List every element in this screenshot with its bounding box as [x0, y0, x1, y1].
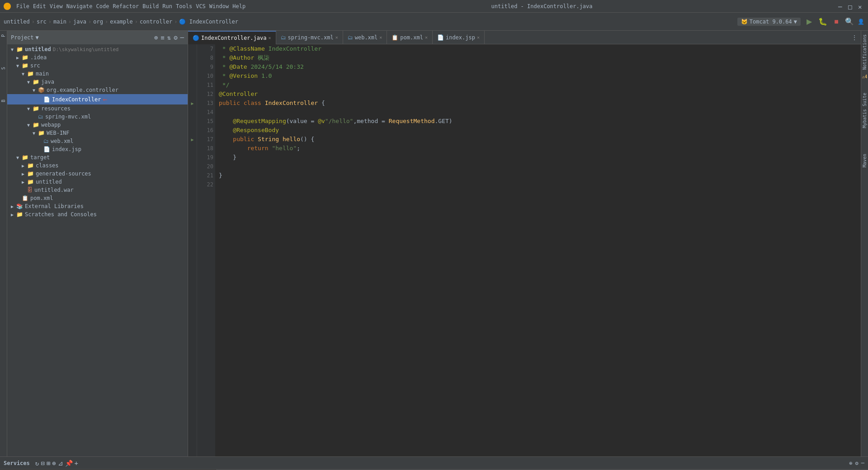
gutter-17[interactable]: ▶ — [188, 135, 197, 144]
tree-item-main[interactable]: ▼ 📁 main — [7, 70, 188, 78]
tree-item-pomxml[interactable]: 📋 pom.xml — [7, 194, 188, 202]
breadcrumb-main[interactable]: main — [53, 19, 66, 25]
pom-icon: 📋 — [22, 195, 28, 201]
tree-item-untitled-root[interactable]: ▼ 📁 untitled D:\skywalking\untitled — [7, 45, 188, 53]
locate-icon[interactable]: ⊕ — [154, 34, 158, 41]
tree-item-war[interactable]: 🗄 untitled.war — [7, 186, 188, 194]
menu-navigate[interactable]: Navigate — [66, 3, 93, 9]
tree-arrow-package: ▼ — [33, 88, 38, 93]
expand-panel-icon[interactable]: ⊕ — [849, 460, 852, 466]
tree-item-resources[interactable]: ▼ 📁 resources — [7, 104, 188, 113]
tree-label-generated: generated-sources — [36, 171, 91, 177]
mybatis-suite-label[interactable]: Mybatis Suite — [861, 89, 868, 132]
tree-item-scratches[interactable]: ▶ 📁 Scratches and Consoles — [7, 210, 188, 218]
tab-webxml[interactable]: 🗂 web.xml ✕ — [343, 31, 387, 44]
line-num-18: 18 — [199, 144, 213, 153]
tree-item-generated[interactable]: ▶ 📁 generated-sources — [7, 170, 188, 178]
menu-help[interactable]: Help — [232, 3, 245, 9]
close-button[interactable]: ✕ — [858, 3, 864, 9]
group-icon[interactable]: ⊕ — [52, 460, 56, 467]
collapse-all-icon[interactable]: ⊟ — [41, 460, 44, 467]
tree-item-src[interactable]: ▼ 📁 src — [7, 62, 188, 70]
run-button[interactable]: ▶ — [804, 17, 814, 27]
tree-item-target[interactable]: ▼ 📁 target — [7, 153, 188, 161]
breadcrumb-controller[interactable]: controller — [140, 19, 172, 25]
tree-item-classes[interactable]: ▶ 📁 classes — [7, 161, 188, 170]
tab-spring-mvc[interactable]: 🗂 spring-mvc.xml ✕ — [276, 31, 343, 44]
breadcrumb-java[interactable]: java — [73, 19, 86, 25]
structure-icon[interactable]: S — [1, 67, 6, 70]
tree-item-untitled-folder[interactable]: ▶ 📁 untitled — [7, 178, 188, 186]
menu-code[interactable]: Code — [96, 3, 109, 9]
breadcrumb-example[interactable]: example — [110, 19, 133, 25]
settings-icon[interactable]: ⚙ — [174, 34, 177, 41]
tree-item-webxml[interactable]: 🗂 web.xml — [7, 137, 188, 145]
tab-close-spring-mvc[interactable]: ✕ — [335, 35, 338, 40]
collapse-icon[interactable]: ≡ — [160, 34, 164, 41]
minimize-panel-icon[interactable]: ─ — [180, 34, 184, 41]
menu-window[interactable]: Window — [209, 3, 229, 9]
project-label: Project — [11, 34, 34, 41]
debug-button[interactable]: 🐛 — [818, 17, 828, 27]
breadcrumb-org[interactable]: org — [93, 19, 103, 25]
tab-indexjsp[interactable]: 📄 index.jsp ✕ — [433, 31, 485, 44]
expand-all-icon[interactable]: ⊞ — [47, 460, 50, 467]
breadcrumb-src[interactable]: src — [37, 19, 47, 25]
tree-item-package[interactable]: ▼ 📦 org.example.controller — [7, 86, 188, 94]
tab-indexcontroller[interactable]: 🔵 IndexController.java ✕ — [188, 31, 276, 44]
filter-icon[interactable]: ⊿ — [58, 460, 63, 467]
line-num-22: 22 — [199, 180, 213, 189]
menu-run[interactable]: Run — [162, 3, 172, 9]
gutter-13[interactable]: ▶ — [188, 99, 197, 108]
bookmarks-icon[interactable]: B — [1, 100, 6, 102]
tree-item-indexjsp[interactable]: 📄 index.jsp — [7, 145, 188, 153]
pin-icon[interactable]: 📌 — [65, 460, 73, 467]
tree-item-java[interactable]: ▼ 📁 java — [7, 78, 188, 86]
user-icon[interactable]: 👤 — [858, 19, 864, 25]
refresh-icon[interactable]: ↻ — [35, 460, 39, 467]
notifications-label[interactable]: Notifications — [861, 31, 868, 73]
maven-label[interactable]: Maven — [861, 150, 868, 171]
tab-close-indexjsp[interactable]: ✕ — [477, 35, 480, 40]
tree-item-idea[interactable]: ▶ 📁 .idea — [7, 53, 188, 62]
tree-label-package: org.example.controller — [47, 87, 118, 93]
run-config-arrow[interactable]: ▼ — [794, 19, 797, 25]
code-editor[interactable]: * @ClassName IndexController * @Author 枫… — [215, 44, 861, 456]
maximize-button[interactable]: □ — [848, 3, 854, 9]
search-button[interactable]: 🔍 — [845, 17, 854, 26]
menu-edit[interactable]: Edit — [33, 3, 46, 9]
menu-vcs[interactable]: VCS — [196, 3, 206, 9]
menu-tools[interactable]: Tools — [176, 3, 192, 9]
breadcrumb-indexcontroller[interactable]: 🔵 IndexController — [179, 19, 238, 25]
tree-item-external-libs[interactable]: ▶ 📚 External Libraries — [7, 202, 188, 210]
close-panel-icon[interactable]: ─ — [861, 460, 864, 466]
menu-refactor[interactable]: Refactor — [113, 3, 139, 9]
minimize-button[interactable]: ─ — [838, 3, 844, 9]
run-configuration[interactable]: 🐱 Tomcat 9.0.64 ▼ — [737, 18, 801, 26]
code-line-22 — [219, 180, 857, 189]
stop-button[interactable]: ■ — [831, 17, 841, 27]
tab-close-indexcontroller[interactable]: ✕ — [269, 35, 271, 40]
editor-tabs-bar: 🔵 IndexController.java ✕ 🗂 spring-mvc.xm… — [188, 31, 861, 44]
title-bar-left: File Edit View Navigate Code Refactor Bu… — [4, 3, 245, 10]
tree-item-webapp[interactable]: ▼ 📁 webapp — [7, 121, 188, 129]
sort-icon[interactable]: ⇅ — [167, 34, 171, 41]
tab-close-webxml[interactable]: ✕ — [379, 35, 382, 40]
menu-file[interactable]: File — [16, 3, 29, 9]
breadcrumb-untitled[interactable]: untitled — [4, 19, 30, 25]
gutter-7 — [188, 44, 197, 53]
project-icon[interactable]: P — [1, 34, 6, 37]
project-dropdown-arrow[interactable]: ▼ — [36, 34, 39, 41]
tree-item-webinf[interactable]: ▼ 📁 WEB-INF — [7, 129, 188, 137]
menu-view[interactable]: View — [50, 3, 63, 9]
tree-item-indexcontroller[interactable]: 📄 IndexController ← — [7, 94, 188, 104]
tree-arrow-webinf: ▼ — [33, 131, 38, 136]
menu-build[interactable]: Build — [142, 3, 159, 9]
tree-item-spring-mvc[interactable]: 🗂 spring-mvc.xml — [7, 113, 188, 121]
settings-panel-icon[interactable]: ⚙ — [855, 460, 859, 466]
add-service-icon[interactable]: + — [75, 460, 78, 467]
tab-icon-pomxml: 📋 — [392, 34, 398, 41]
more-tabs-button[interactable]: ⋮ — [848, 34, 861, 41]
tab-pomxml[interactable]: 📋 pom.xml ✕ — [387, 31, 433, 44]
tab-close-pomxml[interactable]: ✕ — [425, 35, 428, 40]
